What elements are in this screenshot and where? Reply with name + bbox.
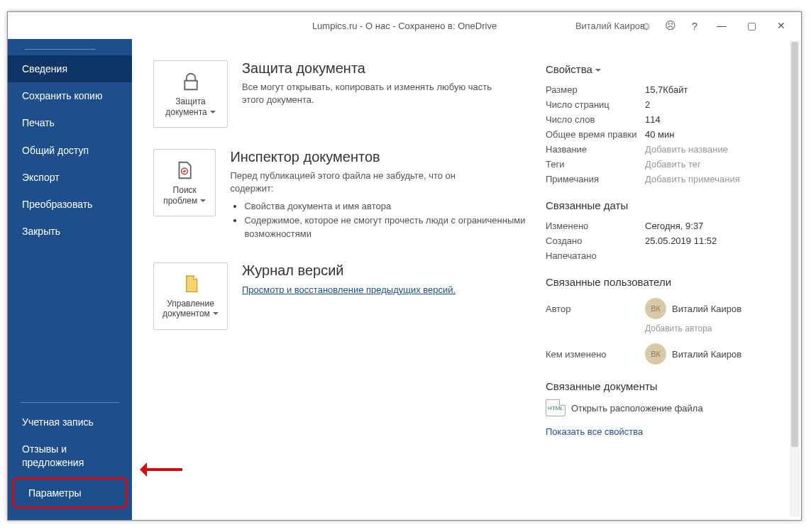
protect-section: Защита документа Защита документа Все мо… (153, 60, 531, 128)
author-name: Виталий Каиров (672, 304, 741, 314)
property-value[interactable]: Добавить примечания (645, 174, 740, 184)
window-controls: ☺ ☹ ? — ▢ ✕ (636, 16, 801, 35)
backstage-sidebar: Сведения Сохранить копию Печать Общий до… (8, 39, 132, 520)
property-key: Число страниц (546, 99, 645, 110)
modifier-row: Кем изменено ВК Виталий Каиров (546, 340, 787, 367)
back-button[interactable] (8, 46, 132, 55)
maximize-button[interactable]: ▢ (739, 16, 764, 35)
sidebar-item-transform[interactable]: Преобразовать (8, 191, 132, 218)
sidebar-item-info[interactable]: Сведения (8, 55, 132, 82)
versions-section: Управление документом Журнал версий Прос… (153, 262, 531, 330)
date-value: 25.05.2019 11:52 (645, 235, 717, 246)
protect-desc: Все могут открывать, копировать и изменя… (242, 81, 512, 106)
property-row: ПримечанияДобавить примечания (546, 172, 787, 187)
user-name[interactable]: Виталий Каиров (575, 21, 645, 31)
property-value: 2 (645, 99, 650, 110)
modifier-name: Виталий Каиров (672, 349, 741, 360)
scrollbar[interactable] (790, 40, 800, 517)
property-value[interactable]: Добавить тег (645, 159, 701, 170)
info-panel: Защита документа Защита документа Все мо… (132, 39, 801, 520)
date-row: Создано25.05.2019 11:52 (546, 233, 787, 248)
related-docs-heading: Связанные документы (546, 380, 787, 392)
date-key: Изменено (546, 221, 645, 231)
properties-panel: Свойства Размер15,7КбайтЧисло страниц2Чи… (546, 60, 787, 506)
sidebar-item-share[interactable]: Общий доступ (8, 137, 132, 164)
property-key: Теги (546, 159, 645, 170)
people-heading: Связанные пользователи (546, 276, 787, 288)
sidebar-item-account[interactable]: Учетная запись (8, 409, 132, 436)
backstage-body: Сведения Сохранить копию Печать Общий до… (8, 39, 801, 520)
avatar[interactable]: ВК (645, 298, 666, 319)
add-author-link[interactable]: Добавить автора (546, 323, 787, 333)
sidebar-item-options[interactable]: Параметры (14, 480, 126, 506)
inspect-bullet: Содержимое, которое не смогут прочесть л… (244, 214, 531, 241)
property-row: Общее время правки40 мин (546, 127, 787, 142)
property-row: Число слов114 (546, 112, 787, 127)
protect-title: Защита документа (242, 60, 512, 77)
property-value: 15,7Кбайт (645, 84, 688, 95)
sidebar-divider (21, 402, 119, 403)
property-key: Размер (546, 84, 645, 95)
inspect-icon (174, 160, 195, 181)
check-issues-tile[interactable]: Поиск проблем (153, 149, 216, 216)
author-label: Автор (546, 304, 645, 314)
manage-document-tile[interactable]: Управление документом (153, 262, 228, 330)
inspect-section: Поиск проблем Инспектор документов Перед… (153, 149, 531, 241)
properties-heading[interactable]: Свойства (546, 63, 787, 75)
sidebar-item-print[interactable]: Печать (8, 109, 132, 136)
property-row: Число страниц2 (546, 97, 787, 112)
property-row: ТегиДобавить тег (546, 157, 787, 172)
version-history-link[interactable]: Просмотр и восстановление предыдущих вер… (242, 284, 456, 295)
property-row: Размер15,7Кбайт (546, 82, 787, 97)
property-key: Число слов (546, 114, 645, 125)
help-icon[interactable]: ? (685, 16, 705, 35)
protect-document-tile[interactable]: Защита документа (153, 60, 228, 128)
titlebar: Lumpics.ru - О нас - Сохранено в: OneDri… (8, 12, 801, 39)
date-row: Напечатано (546, 248, 787, 263)
property-value: 40 мин (645, 129, 674, 140)
inspect-list: Свойства документа и имя автора Содержим… (230, 199, 531, 241)
property-key: Примечания (546, 174, 645, 184)
lock-icon (180, 71, 202, 92)
show-all-properties[interactable]: Показать все свойства (546, 426, 787, 437)
property-value: 114 (645, 114, 661, 125)
backstage-window: Lumpics.ru - О нас - Сохранено в: OneDri… (7, 11, 802, 521)
frown-icon[interactable]: ☹ (661, 16, 680, 35)
inspect-desc: Перед публикацией этого файла не забудьт… (230, 170, 500, 195)
property-value[interactable]: Добавить название (645, 144, 728, 155)
modifier-label: Кем изменено (546, 349, 645, 360)
property-key: Общее время правки (546, 129, 645, 140)
minimize-button[interactable]: — (709, 16, 734, 35)
sidebar-item-save-copy[interactable]: Сохранить копию (8, 82, 132, 109)
document-icon (180, 273, 202, 294)
avatar[interactable]: ВК (645, 343, 666, 365)
open-file-location[interactable]: HTML Открыть расположение файла (546, 399, 787, 416)
smile-icon[interactable]: ☺ (636, 16, 656, 35)
property-row: НазваниеДобавить название (546, 142, 787, 157)
document-title: Lumpics.ru - О нас - Сохранено в: OneDri… (312, 21, 497, 31)
inspect-bullet: Свойства документа и имя автора (244, 199, 531, 214)
close-button[interactable]: ✕ (768, 16, 794, 35)
author-row: Автор ВК Виталий Каиров (546, 295, 787, 322)
inspect-title: Инспектор документов (230, 149, 531, 165)
date-value: Сегодня, 9:37 (645, 221, 703, 231)
date-key: Создано (546, 235, 645, 246)
property-key: Название (546, 144, 645, 155)
sidebar-item-export[interactable]: Экспорт (8, 164, 132, 191)
versions-title: Журнал версий (242, 262, 456, 279)
sidebar-item-close[interactable]: Закрыть (8, 218, 132, 245)
sidebar-item-feedback[interactable]: Отзывы и предложения (8, 436, 132, 475)
dates-heading: Связанные даты (546, 199, 787, 211)
date-key: Напечатано (546, 250, 645, 261)
highlight-options: Параметры (12, 477, 128, 509)
date-row: ИзмененоСегодня, 9:37 (546, 218, 787, 233)
info-sections: Защита документа Защита документа Все мо… (153, 60, 546, 506)
html-file-icon: HTML (546, 399, 566, 416)
